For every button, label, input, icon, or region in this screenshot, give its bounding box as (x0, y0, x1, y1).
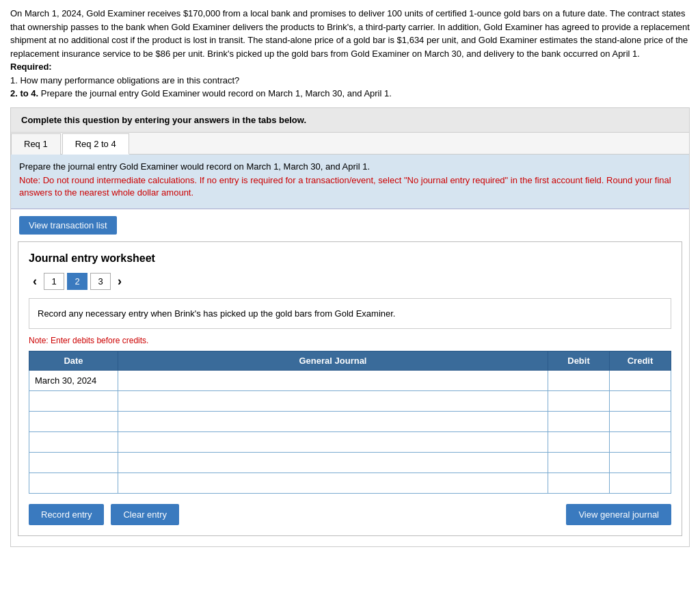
row5-date (29, 453, 118, 473)
header-credit: Credit (610, 351, 671, 371)
view-transaction-list-button[interactable]: View transaction list (19, 216, 117, 235)
tab-note: Note: Do not round intermediate calculat… (19, 174, 681, 199)
row1-debit[interactable] (548, 371, 610, 391)
note-debits: Note: Enter debits before credits. (29, 336, 671, 345)
header-debit: Debit (548, 351, 610, 371)
tab-main-text: Prepare the journal entry Gold Examiner … (19, 161, 681, 172)
row3-credit[interactable] (610, 412, 671, 432)
row2-credit[interactable] (610, 391, 671, 412)
row1-journal[interactable] (118, 371, 548, 391)
row2-debit[interactable] (548, 391, 610, 412)
table-row (29, 453, 671, 473)
row3-debit[interactable] (548, 412, 610, 432)
description-box: Record any necessary entry when Brink's … (29, 298, 671, 330)
journal-table: Date General Journal Debit Credit March … (29, 351, 671, 494)
table-row: March 30, 2024 (29, 371, 671, 391)
view-general-journal-button[interactable]: View general journal (566, 504, 671, 525)
requirement-2-text: Prepare the journal entry Gold Examiner … (41, 88, 392, 98)
row2-journal[interactable] (118, 391, 548, 412)
row4-credit[interactable] (610, 432, 671, 453)
table-row (29, 473, 671, 494)
tabs-container: Req 1 Req 2 to 4 Prepare the journal ent… (10, 133, 690, 548)
row5-credit[interactable] (610, 453, 671, 473)
table-row (29, 412, 671, 432)
row5-journal[interactable] (118, 453, 548, 473)
problem-text: On March 1, 2024, Gold Examiner receives… (10, 7, 690, 101)
header-general-journal: General Journal (118, 351, 548, 371)
tabs-row: Req 1 Req 2 to 4 (11, 133, 689, 155)
row1-date: March 30, 2024 (29, 371, 118, 391)
row6-date (29, 473, 118, 494)
required-label: Required: (10, 62, 52, 72)
clear-entry-button[interactable]: Clear entry (111, 504, 179, 525)
worksheet-container: Journal entry worksheet ‹ 1 2 3 › Record… (18, 241, 682, 537)
next-page-button[interactable]: › (113, 273, 126, 290)
row1-credit[interactable] (610, 371, 671, 391)
row6-credit[interactable] (610, 473, 671, 494)
description-text: Record any necessary entry when Brink's … (38, 308, 395, 319)
table-row (29, 391, 671, 412)
tab-req1[interactable]: Req 1 (11, 133, 61, 155)
requirement-1: 1. How many performance obligations are … (10, 74, 690, 88)
worksheet-title: Journal entry worksheet (29, 252, 671, 265)
record-entry-button[interactable]: Record entry (29, 504, 104, 525)
tab-req2to4[interactable]: Req 2 to 4 (62, 133, 129, 155)
row2-date (29, 391, 118, 412)
requirement-2-label: 2. to 4. (10, 88, 38, 98)
page-2[interactable]: 2 (67, 273, 88, 290)
tab-content-area: Prepare the journal entry Gold Examiner … (11, 155, 689, 209)
row3-date (29, 412, 118, 432)
bottom-buttons: Record entry Clear entry View general jo… (29, 504, 671, 525)
row3-journal[interactable] (118, 412, 548, 432)
row6-journal[interactable] (118, 473, 548, 494)
row4-date (29, 432, 118, 453)
row4-debit[interactable] (548, 432, 610, 453)
table-row (29, 432, 671, 453)
instruction-text: Complete this question by entering your … (21, 115, 306, 125)
problem-paragraph: On March 1, 2024, Gold Examiner receives… (10, 7, 690, 60)
row6-debit[interactable] (548, 473, 610, 494)
worksheet-nav: ‹ 1 2 3 › (29, 273, 671, 290)
row4-journal[interactable] (118, 432, 548, 453)
page-3[interactable]: 3 (90, 273, 111, 290)
row5-debit[interactable] (548, 453, 610, 473)
prev-page-button[interactable]: ‹ (29, 273, 41, 290)
header-date: Date (29, 351, 118, 371)
page-1[interactable]: 1 (44, 273, 64, 290)
instruction-box: Complete this question by entering your … (10, 107, 690, 133)
